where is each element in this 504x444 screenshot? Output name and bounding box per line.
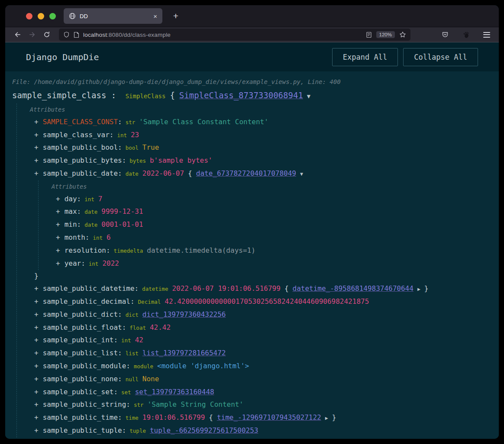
open-brace: {: [209, 413, 213, 421]
plus-sign: +: [34, 118, 39, 126]
attr-name: sample_public_bytes: [43, 156, 122, 164]
open-brace: {: [284, 284, 289, 293]
unique-id-link[interactable]: set_139797363160448: [135, 388, 214, 396]
attr-row: +sample_public_float:float42.42: [30, 322, 492, 335]
attr-row: +sample_public_none:nullNone: [30, 373, 492, 386]
attr-value: 9999-12-31: [101, 207, 143, 216]
attr-value: 19:01:06.516799: [142, 413, 205, 421]
plus-sign: +: [34, 323, 39, 331]
tab-close-icon[interactable]: ×: [152, 13, 158, 20]
expand-all-button[interactable]: Expand All: [332, 48, 398, 66]
back-icon[interactable]: [11, 29, 23, 40]
attr-row: +sample_public_set:setset_13979736316044…: [30, 386, 492, 399]
attr-row: +sample_public_list:listlist_13979728166…: [30, 347, 492, 360]
attr-name: sample_public_decimal: [43, 297, 130, 306]
close-brace-line: }: [30, 270, 492, 283]
attr-row: +max:date9999-12-31: [52, 206, 492, 219]
url-text[interactable]: localhost:8080/dd/class-example: [83, 32, 366, 38]
unique-id-link[interactable]: list_139797281665472: [142, 349, 226, 357]
root-unique-link[interactable]: SimpleClass_8737330068941: [179, 90, 303, 100]
attr-value: True: [142, 143, 159, 151]
attr-name: year: [65, 259, 81, 267]
hamburger-menu-icon[interactable]: [481, 29, 493, 40]
attr-value: 'Sample Class Constant Content': [139, 118, 268, 126]
reload-icon[interactable]: [41, 29, 53, 40]
page-info-icon[interactable]: [74, 32, 79, 38]
attr-value: 2022: [102, 259, 119, 267]
forward-icon[interactable]: [26, 29, 38, 40]
colon: :: [122, 323, 126, 331]
attr-row: +sample_public_string:str'Sample String …: [30, 399, 492, 412]
attr-row: +sample_public_dict:dictdict_13979736043…: [30, 309, 492, 322]
url-bar[interactable]: localhost:8080/dd/class-example 120%: [59, 29, 410, 41]
unique-id-link[interactable]: datetime_-8958681498374670644: [293, 284, 414, 293]
attr-type-badge: bool: [126, 145, 139, 151]
attributes-label: Attributes: [52, 180, 492, 193]
gnome-foot-extension-icon[interactable]: [460, 29, 472, 40]
unique-id-link[interactable]: time_-1296971079435027122: [217, 413, 321, 421]
unique-id-link[interactable]: tuple_-6625699275617500253: [150, 426, 258, 434]
attr-name: sample_public_string: [43, 400, 126, 409]
unique-id-link[interactable]: dict_139797360432256: [142, 310, 226, 319]
plus-sign: +: [34, 426, 39, 434]
attr-row: +sample_public_time:time19:01:06.516799{…: [30, 412, 492, 425]
attr-name: sample_public_list: [43, 349, 118, 357]
shield-icon[interactable]: [63, 31, 70, 38]
plus-sign: +: [56, 246, 60, 254]
attr-type-badge: float: [129, 325, 146, 331]
browser-tab[interactable]: DD ×: [64, 8, 162, 24]
plus-sign: +: [34, 143, 39, 151]
attr-value: 6: [107, 233, 111, 241]
plus-sign: +: [34, 131, 39, 139]
header-actions: Expand All Collapse All: [332, 48, 478, 66]
window-minimize-button[interactable]: [38, 13, 44, 19]
root-variable-name: sample_simple_class: [12, 90, 106, 100]
attr-type-badge: int: [121, 337, 131, 344]
plus-sign: +: [34, 413, 39, 421]
root-separator: :: [106, 90, 121, 100]
attr-row: +sample_public_tuple:tupletuple_-6625699…: [30, 425, 492, 438]
attr-name: month: [65, 233, 85, 241]
dumpdie-header: Django DumpDie Expand All Collapse All: [5, 42, 499, 71]
attr-type-badge: str: [134, 402, 144, 408]
reader-mode-icon[interactable]: [366, 32, 372, 38]
attr-name: day: [65, 195, 77, 203]
expand-arrow-icon[interactable]: ▶: [325, 415, 328, 421]
attr-type-badge: date: [126, 171, 139, 177]
collapse-arrow-icon[interactable]: ▼: [300, 171, 303, 177]
colon: :: [77, 220, 81, 228]
attr-value: 'Sample String Content': [148, 400, 244, 409]
collapse-arrow-icon[interactable]: ▼: [307, 93, 310, 100]
root-type-badge: SimpleClass: [126, 93, 166, 100]
attr-row: +year:int2022: [52, 257, 492, 270]
colon: :: [118, 310, 122, 319]
plus-sign: +: [34, 388, 39, 396]
attr-name: min: [65, 220, 77, 228]
window-maximize-button[interactable]: [49, 13, 56, 19]
expand-arrow-icon[interactable]: ▶: [417, 286, 420, 292]
open-brace: {: [188, 169, 192, 177]
plus-sign: +: [34, 336, 39, 344]
plus-sign: +: [34, 284, 39, 293]
root-close-brace: }: [12, 438, 492, 439]
zoom-level-badge[interactable]: 120%: [376, 31, 395, 38]
url-path: :8080/dd/class-example: [107, 32, 171, 38]
attr-type-badge: date: [84, 209, 97, 215]
collapse-all-button[interactable]: Collapse All: [403, 48, 478, 66]
attr-type-badge: time: [126, 415, 139, 421]
attr-type-badge: datetime: [142, 286, 168, 292]
attr-row: +month:int6: [52, 232, 492, 245]
attr-value: datetime.timedelta(days=1): [147, 246, 255, 254]
attr-name: sample_public_none: [43, 375, 118, 383]
new-tab-button[interactable]: +: [169, 10, 182, 23]
source-file-line: File: /home/david/github/django-dump-die…: [12, 77, 492, 87]
colon: :: [118, 375, 122, 383]
pocket-icon[interactable]: [439, 29, 451, 40]
attr-value: 7: [98, 195, 103, 203]
window-close-button[interactable]: [26, 13, 32, 19]
unique-id-link[interactable]: date_6737827204017078049: [196, 169, 296, 177]
close-brace: }: [424, 284, 429, 293]
bookmark-star-icon[interactable]: [399, 31, 406, 38]
attr-name: sample_public_int: [43, 336, 114, 344]
attr-value: None: [142, 375, 159, 383]
